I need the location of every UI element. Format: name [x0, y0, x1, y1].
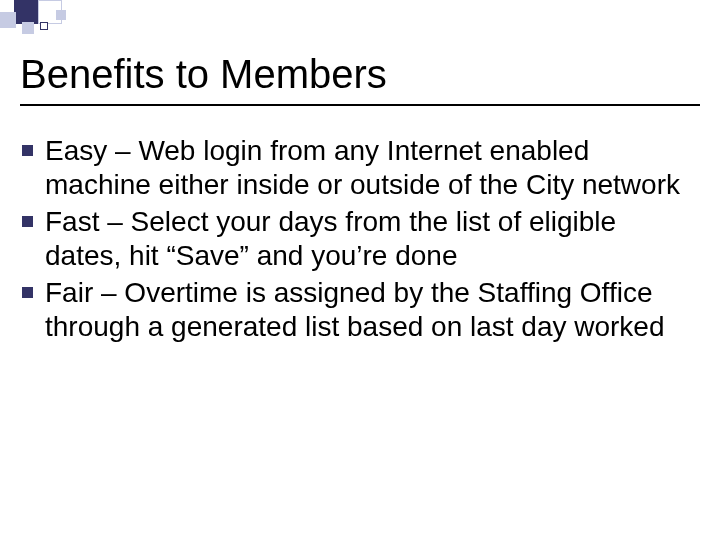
bullet-text: Easy – Web login from any Internet enabl… [45, 134, 698, 201]
list-item: Fair – Overtime is assigned by the Staff… [22, 276, 698, 343]
bullet-square-icon [22, 216, 33, 227]
title-container: Benefits to Members [20, 0, 700, 106]
slide-body: Easy – Web login from any Internet enabl… [0, 106, 720, 344]
slide-title: Benefits to Members [20, 52, 700, 96]
list-item: Easy – Web login from any Internet enabl… [22, 134, 698, 201]
bullet-square-icon [22, 145, 33, 156]
slide: Benefits to Members Easy – Web login fro… [0, 0, 720, 540]
bullet-text: Fair – Overtime is assigned by the Staff… [45, 276, 698, 343]
bullet-text: Fast – Select your days from the list of… [45, 205, 698, 272]
bullet-square-icon [22, 287, 33, 298]
list-item: Fast – Select your days from the list of… [22, 205, 698, 272]
